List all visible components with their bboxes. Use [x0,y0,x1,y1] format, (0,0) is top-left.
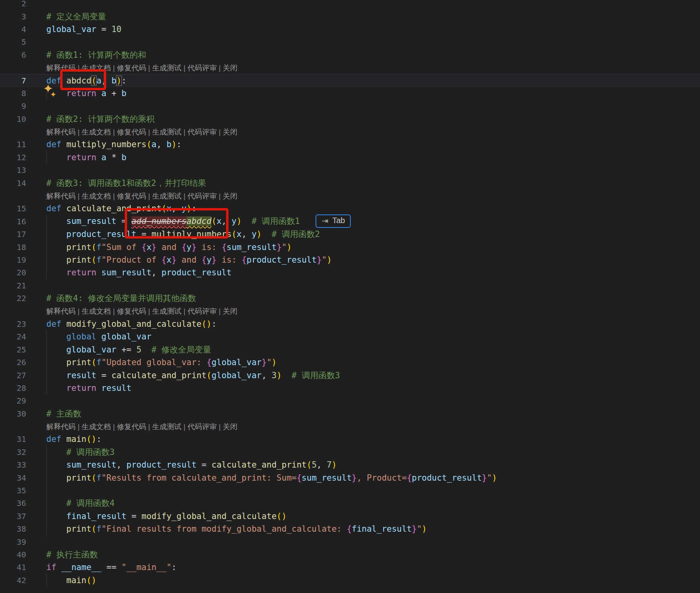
code-text[interactable]: # 调用函数4 [46,498,115,509]
codelens-link[interactable]: 关闭 [223,422,237,431]
codelens-link[interactable]: 修复代码 [117,64,146,72]
line-number[interactable]: 14 [0,176,26,189]
line-number[interactable]: 37 [0,510,26,523]
line-number[interactable]: 7 [0,74,26,87]
line-number[interactable]: 9 [0,100,26,112]
code-text[interactable]: def abdcd(a, b): [46,76,126,85]
code-text[interactable]: # 函数4: 修改全局变量并调用其他函数 [46,293,196,304]
line-number[interactable]: 4 [0,23,26,36]
codelens-link[interactable]: 生成文档 [82,307,111,315]
code-text[interactable]: print(f"Sum of {x} and {y} is: {sum_resu… [46,243,292,252]
line-number[interactable]: 3 [0,10,26,23]
line-number[interactable]: 31 [0,433,26,445]
code-text[interactable]: product_result = multiply_numbers(x, y) … [46,229,320,240]
code-text[interactable]: global_var = 10 [46,25,122,34]
codelens-link[interactable]: 解释代码 [46,422,76,431]
line-number[interactable]: 33 [0,458,26,471]
code-text[interactable]: return sum_result, product_result [46,268,232,277]
codelens-link[interactable]: 生成文档 [82,128,111,136]
code-text[interactable]: if __name__ == "__main__": [46,563,177,572]
code-text[interactable]: sum_result, product_result = calculate_a… [46,460,337,470]
line-number[interactable]: 11 [0,138,26,151]
line-number[interactable]: 17 [0,228,26,241]
codelens-link[interactable]: 代码评审 [187,64,217,72]
code-text[interactable]: return result [46,383,131,393]
codelens-link[interactable]: 解释代码 [46,307,76,315]
code-text[interactable]: global_var += 5 # 修改全局变量 [46,344,211,355]
codelens-link[interactable]: 关闭 [223,192,237,200]
line-number[interactable]: 10 [0,113,26,125]
codelens-link[interactable]: 代码评审 [187,192,217,200]
line-number[interactable]: 25 [0,343,26,356]
code-text[interactable]: return a + b [46,89,126,98]
line-number[interactable]: 22 [0,292,26,305]
line-number[interactable]: 42 [0,574,26,587]
code-area[interactable]: 23# 定义全局变量4global_var = 1056# 函数1: 计算两个数… [0,0,700,587]
line-number[interactable]: 30 [0,407,26,420]
line-number[interactable]: 20 [0,266,26,279]
codelens-link[interactable]: 代码评审 [187,422,217,431]
code-text[interactable]: def modify_global_and_calculate(): [46,319,217,329]
code-text[interactable]: print(f"Final results from modify_global… [46,524,427,534]
line-number[interactable]: 13 [0,164,26,176]
line-number[interactable]: 34 [0,471,26,484]
line-number[interactable]: 12 [0,151,26,164]
codelens-link[interactable]: 关闭 [223,128,237,136]
codelens-link[interactable]: 生成文档 [82,422,111,431]
codelens-link[interactable]: 生成文档 [82,64,111,72]
codelens-link[interactable]: 解释代码 [46,192,76,200]
code-text[interactable]: return a * b [46,153,126,162]
code-text[interactable]: # 执行主函数 [46,549,98,560]
line-number[interactable]: 39 [0,535,26,548]
code-text[interactable]: main() [46,576,96,585]
code-text[interactable]: def calculate_and_print(x, y): [46,204,196,213]
line-number[interactable]: 5 [0,36,26,48]
line-number[interactable]: 26 [0,356,26,369]
code-text[interactable]: def main(): [46,434,101,444]
line-number[interactable]: 23 [0,318,26,330]
code-text[interactable]: # 函数1: 计算两个数的和 [46,49,146,61]
line-number[interactable]: 24 [0,330,26,343]
code-text[interactable]: print(f"Product of {x} and {y} is: {prod… [46,255,332,265]
line-number[interactable]: 32 [0,446,26,458]
tab-accept-button[interactable]: ⇥Tab [316,214,351,228]
line-number[interactable]: 6 [0,49,26,61]
codelens-link[interactable]: 关闭 [223,307,237,315]
codelens-link[interactable]: 生成测试 [152,128,181,136]
code-text[interactable]: result = calculate_and_print(global_var,… [46,370,340,381]
line-number[interactable]: 41 [0,561,26,574]
code-text[interactable]: final_result = modify_global_and_calcula… [46,512,287,521]
codelens-link[interactable]: 生成测试 [152,307,181,315]
code-text[interactable]: print(f"Updated global_var: {global_var}… [46,358,277,367]
code-text[interactable]: # 函数2: 计算两个数的乘积 [46,114,154,125]
line-number[interactable]: 36 [0,497,26,510]
code-text[interactable]: # 主函数 [46,408,81,419]
codelens-link[interactable]: 生成测试 [152,64,181,72]
codelens-link[interactable]: 解释代码 [46,64,76,72]
codelens-link[interactable]: 生成测试 [152,422,181,431]
line-number[interactable]: 27 [0,369,26,381]
code-text[interactable]: sum_result = add_numbersabdcd(x, y) # 调用… [46,215,351,228]
line-number[interactable]: 21 [0,279,26,292]
line-number[interactable]: 18 [0,241,26,253]
line-number[interactable]: 15 [0,202,26,215]
code-text[interactable]: # 定义全局变量 [46,11,106,22]
codelens-link[interactable]: 修复代码 [117,128,146,136]
line-number[interactable]: 16 [0,215,26,228]
codelens-link[interactable]: 修复代码 [117,422,146,431]
codelens-link[interactable]: 代码评审 [187,128,217,136]
codelens-link[interactable]: 代码评审 [187,307,217,315]
line-number[interactable]: 35 [0,484,26,497]
line-number[interactable]: 2 [0,0,26,10]
code-text[interactable]: # 调用函数3 [46,447,115,458]
code-text[interactable]: # 函数3: 调用函数1和函数2，并打印结果 [46,178,206,189]
code-text[interactable]: def multiply_numbers(a, b): [46,140,181,149]
line-number[interactable]: 40 [0,548,26,561]
codelens-link[interactable]: 解释代码 [46,128,76,136]
sparkle-icon[interactable] [44,84,57,99]
codelens-link[interactable]: 生成测试 [152,192,181,200]
codelens-link[interactable]: 关闭 [223,64,237,72]
line-number[interactable]: 8 [0,87,26,100]
line-number[interactable]: 38 [0,523,26,535]
codelens-link[interactable]: 生成文档 [82,192,111,200]
